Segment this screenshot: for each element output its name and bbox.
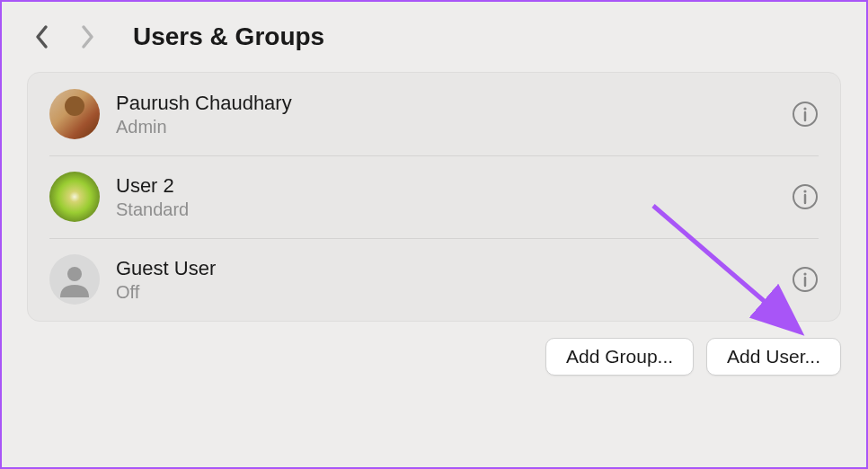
users-groups-pane: Users & Groups Paurush Chaudhary Admin U…: [2, 2, 866, 467]
user-name: Paurush Chaudhary: [116, 92, 775, 115]
info-button[interactable]: [792, 183, 819, 210]
svg-point-4: [803, 190, 806, 192]
info-button[interactable]: [792, 266, 819, 293]
user-role: Admin: [116, 117, 775, 137]
add-user-button[interactable]: Add User...: [706, 338, 841, 376]
user-row: Paurush Chaudhary Admin: [28, 73, 840, 155]
avatar: [49, 89, 100, 139]
svg-point-6: [67, 267, 82, 281]
user-info: Guest User Off: [116, 257, 775, 303]
back-button[interactable]: [27, 22, 58, 52]
user-role: Off: [116, 282, 775, 303]
chevron-right-icon: [79, 24, 95, 49]
forward-button: [72, 22, 102, 52]
svg-point-1: [803, 107, 806, 110]
info-icon: [792, 101, 819, 128]
header: Users & Groups: [2, 2, 866, 72]
user-info: User 2 Standard: [116, 174, 775, 220]
person-icon: [57, 261, 93, 297]
user-name: Guest User: [116, 257, 775, 280]
info-icon: [792, 266, 819, 293]
user-role: Standard: [116, 199, 775, 220]
svg-point-8: [803, 272, 806, 275]
user-name: User 2: [116, 174, 775, 198]
user-row: User 2 Standard: [28, 155, 840, 238]
user-row: Guest User Off: [28, 238, 840, 321]
chevron-left-icon: [34, 24, 50, 49]
user-info: Paurush Chaudhary Admin: [116, 92, 775, 137]
footer: Add Group... Add User...: [2, 322, 866, 392]
info-icon: [792, 183, 819, 210]
page-title: Users & Groups: [133, 22, 324, 51]
avatar: [49, 172, 100, 222]
avatar: [49, 254, 100, 305]
users-list: Paurush Chaudhary Admin User 2 Standard: [27, 72, 841, 322]
info-button[interactable]: [792, 101, 819, 128]
add-group-button[interactable]: Add Group...: [545, 338, 694, 376]
